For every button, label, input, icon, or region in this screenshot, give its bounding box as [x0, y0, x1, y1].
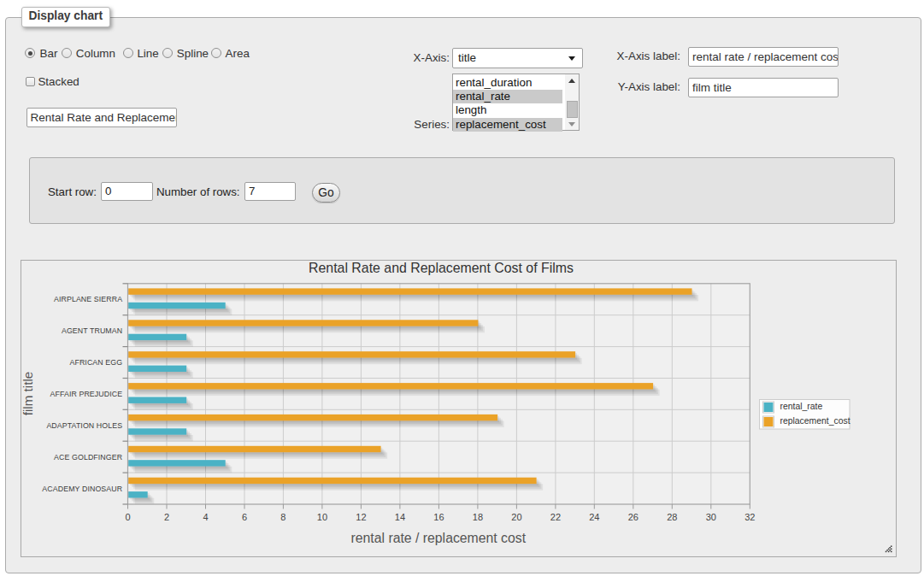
svg-text:16: 16	[433, 512, 444, 522]
svg-text:4: 4	[203, 512, 208, 522]
svg-text:32: 32	[744, 512, 755, 522]
svg-text:ACE GOLDFINGER: ACE GOLDFINGER	[54, 453, 122, 461]
svg-text:6: 6	[242, 512, 247, 522]
svg-text:AFRICAN EGG: AFRICAN EGG	[69, 358, 122, 367]
svg-text:24: 24	[589, 512, 599, 522]
svg-text:2: 2	[164, 512, 169, 522]
svg-text:18: 18	[473, 512, 483, 522]
svg-text:AIRPLANE SIERRA: AIRPLANE SIERRA	[54, 295, 122, 303]
svg-text:AGENT TRUMAN: AGENT TRUMAN	[62, 326, 122, 335]
svg-text:22: 22	[550, 512, 561, 522]
svg-text:ACADEMY DINOSAUR: ACADEMY DINOSAUR	[42, 485, 122, 493]
svg-text:0: 0	[125, 512, 130, 522]
svg-text:rental_rate: rental_rate	[780, 402, 823, 411]
svg-text:14: 14	[395, 512, 405, 522]
svg-text:28: 28	[667, 512, 677, 522]
svg-text:film title: film title	[21, 372, 35, 415]
svg-text:8: 8	[280, 512, 285, 522]
svg-text:26: 26	[628, 512, 639, 522]
svg-text:12: 12	[356, 512, 366, 522]
svg-text:replacement_cost: replacement_cost	[780, 416, 850, 426]
svg-text:30: 30	[706, 512, 716, 522]
svg-text:10: 10	[317, 512, 327, 522]
svg-text:rental rate / replacement cost: rental rate / replacement cost	[351, 531, 527, 545]
svg-text:AFFAIR PREJUDICE: AFFAIR PREJUDICE	[50, 390, 122, 398]
svg-text:ADAPTATION HOLES: ADAPTATION HOLES	[46, 421, 122, 430]
svg-text:20: 20	[511, 512, 521, 522]
svg-text:Rental Rate and Replacement Co: Rental Rate and Replacement Cost of Film…	[309, 261, 574, 275]
